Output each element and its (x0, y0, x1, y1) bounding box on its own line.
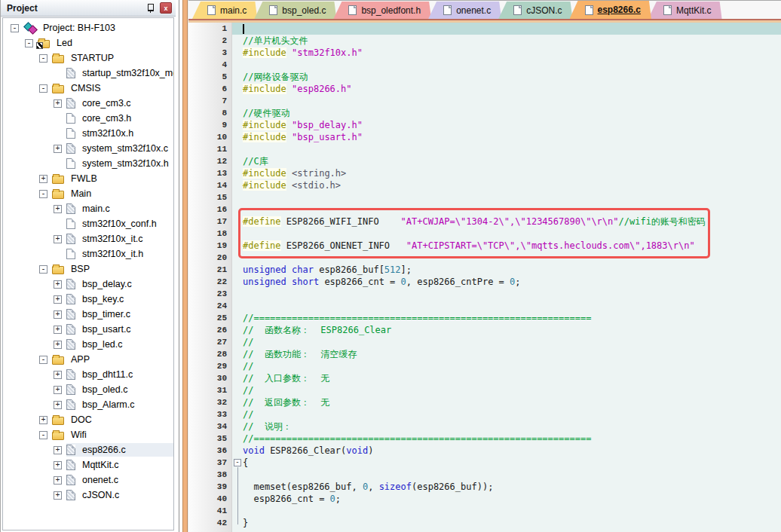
tree-item-stm32f10x_conf.h[interactable]: -stm32f10x_conf.h (3, 216, 173, 231)
code-editor[interactable]: 12//单片机头文件3#include "stm32f10x.h"45//网络设… (188, 23, 781, 532)
tree-item-onenet.c[interactable]: +onenet.c (3, 472, 173, 488)
tab-MqttKit.c[interactable]: MqttKit.c (648, 2, 722, 19)
expand-icon[interactable]: + (54, 461, 62, 469)
tab-onenet.c[interactable]: onenet.c (428, 2, 501, 19)
close-panel-button[interactable]: x (160, 2, 172, 14)
tree-item-bsp_delay.c[interactable]: +bsp_delay.c (3, 277, 173, 292)
expand-icon[interactable]: + (54, 99, 62, 108)
tree-item-Wifi[interactable]: -Wifi (3, 427, 173, 442)
code-line-7[interactable]: 7 (188, 95, 781, 107)
expand-icon[interactable]: + (54, 371, 62, 379)
collapse-icon[interactable]: - (39, 84, 47, 93)
tree-item-FWLB[interactable]: +FWLB (3, 171, 173, 186)
tree-item-Project: BH-F103[interactable]: -Project: BH-F103 (3, 20, 173, 35)
tree-item-CMSIS[interactable]: -CMSIS (3, 81, 173, 96)
code-line-15[interactable]: 15 (188, 191, 781, 203)
expand-icon[interactable]: + (54, 205, 62, 213)
code-line-34[interactable]: 34// 说明： (188, 420, 781, 433)
collapse-icon[interactable]: - (39, 431, 47, 439)
code-line-1[interactable]: 1 (188, 23, 781, 35)
expand-icon[interactable]: + (54, 235, 62, 243)
code-line-30[interactable]: 30// 入口参数： 无 (188, 372, 781, 384)
tree-item-core_cm3.c[interactable]: +core_cm3.c (3, 96, 173, 111)
code-line-25[interactable]: 25//====================================… (188, 312, 781, 324)
code-line-23[interactable]: 23 (188, 288, 781, 300)
code-line-43[interactable]: 43 (188, 529, 781, 532)
code-line-11[interactable]: 11 (188, 143, 781, 155)
code-line-9[interactable]: 9#include "bsp_delay.h" (188, 119, 781, 131)
tab-main.c[interactable]: main.c (192, 2, 257, 19)
tree-item-bsp_usart.c[interactable]: +bsp_usart.c (3, 322, 173, 337)
tree-item-MqttKit.c[interactable]: +MqttKit.c (3, 457, 173, 472)
tree-item-STARTUP[interactable]: -STARTUP (3, 50, 173, 66)
tree-item-startup_stm32f10x_md.s[interactable]: -startup_stm32f10x_md.s (3, 66, 173, 81)
code-line-12[interactable]: 12//C库 (188, 155, 781, 167)
collapse-icon[interactable]: - (11, 24, 19, 32)
code-line-4[interactable]: 4 (188, 59, 781, 71)
tree-item-Main[interactable]: -Main (3, 186, 173, 201)
fold-collapse-icon[interactable]: - (234, 459, 241, 466)
tree-item-stm32f10x_it.c[interactable]: +stm32f10x_it.c (3, 231, 173, 246)
code-line-22[interactable]: 22unsigned short esp8266_cnt = 0, esp826… (188, 276, 781, 288)
code-line-21[interactable]: 21unsigned char esp8266_buf[512]; (188, 264, 781, 276)
expand-icon[interactable]: + (54, 295, 62, 304)
code-line-35[interactable]: 35//====================================… (188, 433, 781, 445)
code-line-37[interactable]: 37{ (188, 457, 781, 469)
code-line-10[interactable]: 10#include "bsp_usart.h" (188, 131, 781, 143)
tab-bsp_oledfont.h[interactable]: bsp_oledfont.h (333, 2, 431, 19)
collapse-icon[interactable]: - (39, 356, 47, 364)
code-line-13[interactable]: 13#include <string.h> (188, 167, 781, 179)
tab-bsp_oled.c[interactable]: bsp_oled.c (254, 2, 336, 19)
expand-icon[interactable]: + (54, 341, 62, 349)
expand-icon[interactable]: + (54, 476, 62, 485)
expand-icon[interactable]: + (54, 386, 62, 394)
pin-icon[interactable] (146, 3, 155, 13)
tree-item-stm32f10x.h[interactable]: -stm32f10x.h (3, 126, 173, 141)
tree-item-bsp_timer.c[interactable]: +bsp_timer.c (3, 307, 173, 322)
tree-item-esp8266.c[interactable]: +esp8266.c (3, 442, 173, 457)
tab-cJSON.c[interactable]: cJSON.c (498, 2, 572, 19)
collapse-icon[interactable]: - (25, 39, 33, 47)
tree-item-core_cm3.h[interactable]: -core_cm3.h (3, 111, 173, 126)
code-line-29[interactable]: 29// (188, 360, 781, 372)
code-line-14[interactable]: 14#include <stdio.h> (188, 179, 781, 191)
tree-item-bsp_led.c[interactable]: +bsp_led.c (3, 337, 173, 352)
code-line-41[interactable]: 41 (188, 505, 781, 517)
tree-item-BSP[interactable]: -BSP (3, 261, 173, 277)
code-line-26[interactable]: 26// 函数名称： ESP8266_Clear (188, 324, 781, 336)
expand-icon[interactable]: + (54, 310, 62, 319)
expand-icon[interactable]: + (54, 280, 62, 289)
expand-icon[interactable]: + (39, 175, 47, 183)
collapse-icon[interactable]: - (39, 190, 47, 198)
tree-item-cJSON.c[interactable]: +cJSON.c (3, 488, 173, 503)
tree-item-system_stm32f10x.c[interactable]: +system_stm32f10x.c (3, 141, 173, 156)
code-line-42[interactable]: 42} (188, 517, 781, 529)
tree-item-Led[interactable]: -Led (3, 35, 173, 50)
code-line-2[interactable]: 2//单片机头文件 (188, 35, 781, 47)
code-line-28[interactable]: 28// 函数功能： 清空缓存 (188, 348, 781, 360)
expand-icon[interactable]: + (54, 491, 62, 500)
tree-item-bsp_Alarm.c[interactable]: +bsp_Alarm.c (3, 397, 173, 412)
code-line-32[interactable]: 32// 返回参数： 无 (188, 396, 781, 408)
code-line-40[interactable]: 40 esp8266_cnt = 0; (188, 493, 781, 505)
code-line-39[interactable]: 39 memset(esp8266_buf, 0, sizeof(esp8266… (188, 481, 781, 493)
code-line-8[interactable]: 8//硬件驱动 (188, 107, 781, 119)
tree-item-stm32f10x_it.h[interactable]: -stm32f10x_it.h (3, 246, 173, 261)
collapse-icon[interactable]: - (39, 54, 47, 63)
tree-item-bsp_dht11.c[interactable]: +bsp_dht11.c (3, 367, 173, 382)
expand-icon[interactable]: + (54, 326, 62, 334)
code-line-38[interactable]: 38 (188, 469, 781, 481)
code-line-24[interactable]: 24 (188, 300, 781, 312)
code-line-31[interactable]: 31// (188, 384, 781, 396)
tree-item-main.c[interactable]: +main.c (3, 201, 173, 216)
code-line-33[interactable]: 33// (188, 408, 781, 420)
expand-icon[interactable]: + (54, 401, 62, 409)
tree-item-system_stm32f10x.h[interactable]: -system_stm32f10x.h (3, 156, 173, 171)
code-line-27[interactable]: 27// (188, 336, 781, 348)
collapse-icon[interactable]: - (39, 265, 47, 274)
tree-item-bsp_oled.c[interactable]: +bsp_oled.c (3, 382, 173, 397)
expand-icon[interactable]: + (54, 145, 62, 153)
panel-splitter[interactable] (176, 0, 188, 532)
expand-icon[interactable]: + (54, 446, 62, 454)
tree-item-bsp_key.c[interactable]: +bsp_key.c (3, 292, 173, 307)
